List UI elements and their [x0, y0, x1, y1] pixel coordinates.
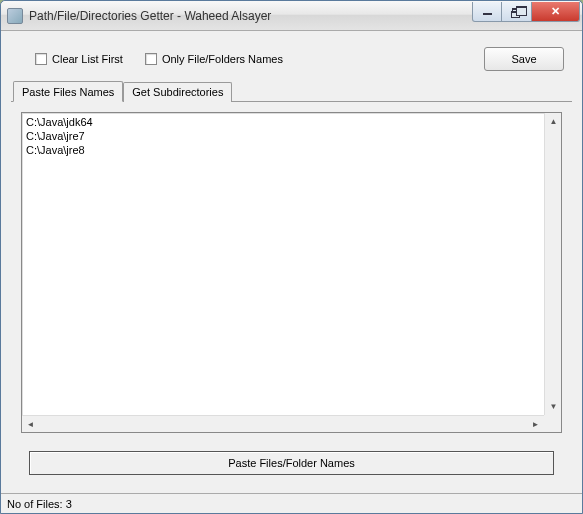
- restore-icon: [512, 8, 521, 15]
- close-icon: [551, 5, 560, 18]
- window-controls: [472, 2, 580, 22]
- scroll-track[interactable]: [545, 130, 561, 398]
- checkbox-box-icon: [145, 53, 157, 65]
- clear-list-first-checkbox[interactable]: Clear List First: [35, 53, 123, 65]
- status-text: No of Files: 3: [7, 498, 72, 510]
- scroll-down-icon[interactable]: ▼: [545, 398, 562, 415]
- scroll-track[interactable]: [39, 416, 527, 432]
- app-icon: [7, 8, 23, 24]
- minimize-icon: [483, 13, 492, 15]
- tab-get-subdirectories[interactable]: Get Subdirectories: [123, 82, 232, 102]
- checkbox-box-icon: [35, 53, 47, 65]
- scroll-corner: [544, 415, 561, 432]
- list-item[interactable]: C:\Java\jdk64: [26, 115, 557, 129]
- paste-files-folder-names-button[interactable]: Paste Files/Folder Names: [29, 451, 554, 475]
- scroll-right-icon[interactable]: ►: [527, 416, 544, 433]
- vertical-scrollbar[interactable]: ▲ ▼: [544, 113, 561, 415]
- bottom-actions: Paste Files/Folder Names: [21, 433, 562, 483]
- window-title: Path/File/Directories Getter - Waheed Al…: [29, 9, 472, 23]
- list-item[interactable]: C:\Java\jre7: [26, 129, 557, 143]
- clear-list-first-label: Clear List First: [52, 53, 123, 65]
- status-bar: No of Files: 3: [1, 493, 582, 513]
- minimize-button[interactable]: [472, 2, 502, 22]
- only-names-label: Only File/Folders Names: [162, 53, 283, 65]
- tab-paste-files-names[interactable]: Paste Files Names: [13, 81, 123, 102]
- close-button[interactable]: [532, 2, 580, 22]
- horizontal-scrollbar[interactable]: ◄ ►: [22, 415, 544, 432]
- tab-panel: C:\Java\jdk64 C:\Java\jre7 C:\Java\jre8 …: [11, 101, 572, 493]
- titlebar[interactable]: Path/File/Directories Getter - Waheed Al…: [1, 1, 582, 31]
- file-list-content: C:\Java\jdk64 C:\Java\jre7 C:\Java\jre8: [22, 113, 561, 432]
- tab-strip: Paste Files Names Get Subdirectories: [11, 81, 572, 101]
- content-area: Clear List First Only File/Folders Names…: [1, 31, 582, 493]
- scroll-up-icon[interactable]: ▲: [545, 113, 562, 130]
- scroll-left-icon[interactable]: ◄: [22, 416, 39, 433]
- file-list[interactable]: C:\Java\jdk64 C:\Java\jre7 C:\Java\jre8 …: [21, 112, 562, 433]
- options-row: Clear List First Only File/Folders Names…: [11, 41, 572, 81]
- main-window: Path/File/Directories Getter - Waheed Al…: [0, 0, 583, 514]
- save-button[interactable]: Save: [484, 47, 564, 71]
- only-names-checkbox[interactable]: Only File/Folders Names: [145, 53, 283, 65]
- maximize-button[interactable]: [502, 2, 532, 22]
- list-item[interactable]: C:\Java\jre8: [26, 143, 557, 157]
